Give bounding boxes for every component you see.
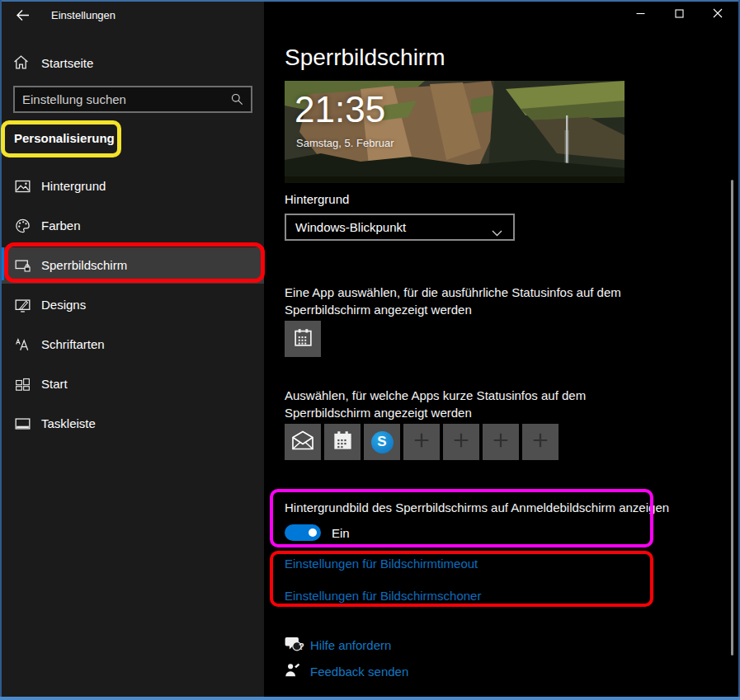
sidebar-item-label: Start — [41, 377, 68, 391]
lockscreen-preview: 21:35 Samstag, 5. Februar — [285, 81, 625, 183]
skype-letter: S — [377, 434, 386, 450]
sidebar-item-taskleiste[interactable]: Taskleiste — [2, 406, 264, 442]
calendar-icon — [332, 430, 353, 454]
background-label: Hintergrund — [285, 192, 349, 206]
sidebar-item-label: Farben — [41, 218, 81, 233]
annotation-box-toggle — [270, 489, 653, 547]
search-input[interactable]: Einstellung suchen — [13, 86, 252, 113]
search-icon[interactable] — [231, 93, 243, 109]
calendar-icon — [294, 328, 313, 350]
window-border-bottom — [0, 697, 740, 700]
signin-background-toggle[interactable] — [285, 524, 321, 541]
mail-icon — [290, 430, 315, 454]
detailed-status-app-button[interactable] — [285, 321, 321, 357]
send-feedback-link[interactable]: Feedback senden — [310, 665, 408, 679]
minimize-icon — [636, 7, 645, 21]
sidebar-item-farben[interactable]: Farben — [2, 208, 264, 244]
screen-timeout-settings-link[interactable]: Einstellungen für Bildschirmtimeout — [285, 557, 478, 571]
quick-status-app-skype[interactable]: S — [364, 424, 400, 460]
add-app-button[interactable] — [443, 424, 479, 460]
chevron-down-icon — [492, 225, 502, 240]
quick-status-text: Auswählen, für welche Apps kurze Statusi… — [285, 387, 664, 421]
back-icon — [16, 9, 30, 25]
plus-icon — [452, 431, 470, 453]
plus-icon — [492, 431, 510, 453]
get-help-link[interactable]: Hilfe anfordern — [310, 638, 391, 652]
sidebar-item-label: Schriftarten — [41, 337, 105, 351]
skype-icon: S — [371, 431, 394, 453]
sidebar-item-label: Sperrbildschirm — [41, 258, 127, 272]
page-title: Sperrbildschirm — [285, 45, 445, 71]
help-icon — [285, 636, 302, 655]
sidebar-item-label: Designs — [41, 298, 86, 312]
content-scrollbar[interactable] — [731, 180, 733, 655]
quick-status-app-mail[interactable] — [285, 424, 321, 460]
toggle-knob — [309, 529, 317, 537]
sidebar-item-schriftarten[interactable]: Schriftarten — [2, 327, 264, 363]
sidebar-item-sperrbildschirm[interactable]: Sperrbildschirm — [2, 247, 264, 284]
window-border-top — [0, 0, 740, 2]
maximize-button[interactable] — [660, 2, 698, 26]
quick-status-app-calendar[interactable] — [324, 424, 361, 460]
preview-time: 21:35 — [295, 89, 385, 130]
titlebar-title: Einstellungen — [51, 9, 115, 21]
detailed-status-text: Eine App auswählen, für die ausführliche… — [285, 284, 656, 318]
quick-status-app-row: S — [285, 424, 559, 460]
sidebar-item-hintergrund[interactable]: Hintergrund — [2, 168, 264, 204]
add-app-button[interactable] — [403, 424, 440, 460]
preview-date: Samstag, 5. Februar — [296, 137, 394, 149]
close-icon — [713, 7, 723, 21]
background-dropdown-value: Windows-Blickpunkt — [295, 220, 406, 234]
sidebar-item-designs[interactable]: Designs — [2, 287, 264, 323]
back-button[interactable] — [10, 7, 35, 26]
settings-window: Einstellungen Startseite Einstellung suc… — [0, 0, 740, 700]
sidebar-item-label: Hintergrund — [41, 179, 106, 193]
maximize-icon — [675, 7, 684, 21]
close-button[interactable] — [698, 2, 737, 26]
sidebar-item-start[interactable]: Start — [2, 366, 264, 402]
window-border-left — [0, 0, 2, 700]
toggle-state-label: Ein — [332, 526, 350, 540]
sidebar-item-home-label: Startseite — [41, 56, 93, 70]
plus-icon — [412, 431, 431, 453]
section-label-personalisierung: Personalisierung — [14, 131, 115, 145]
add-app-button[interactable] — [522, 424, 559, 460]
minimize-button[interactable] — [621, 2, 659, 26]
signin-background-toggle-label: Hintergrundbild des Sperrbildschirms auf… — [285, 500, 669, 514]
sidebar: Einstellungen Startseite Einstellung suc… — [2, 2, 264, 697]
search-placeholder: Einstellung suchen — [22, 92, 126, 106]
screensaver-settings-link[interactable]: Einstellungen für Bildschirmschoner — [285, 589, 481, 603]
sidebar-item-label: Taskleiste — [41, 416, 96, 430]
plus-icon — [531, 431, 549, 453]
add-app-button[interactable] — [483, 424, 519, 460]
background-dropdown[interactable]: Windows-Blickpunkt — [285, 214, 515, 241]
sidebar-item-home[interactable]: Startseite — [2, 49, 264, 76]
feedback-icon — [285, 662, 300, 681]
